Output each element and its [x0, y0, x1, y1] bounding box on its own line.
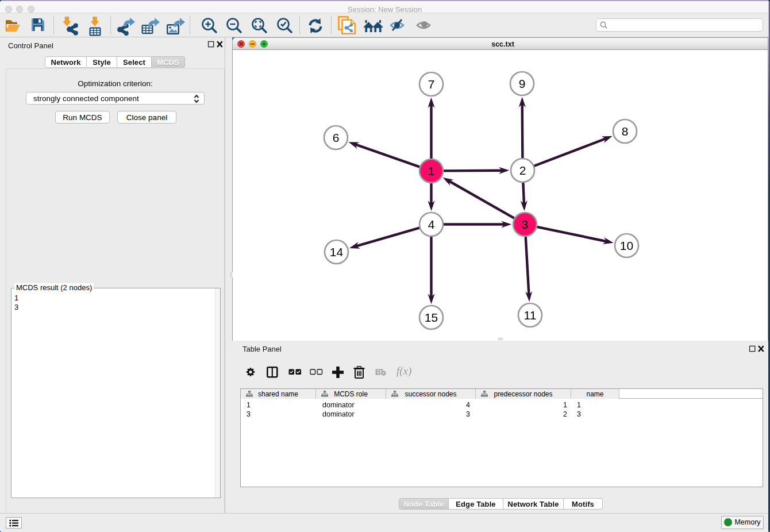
svg-text:8: 8: [622, 125, 629, 138]
svg-text:1: 1: [428, 164, 435, 178]
svg-text:10: 10: [620, 239, 633, 252]
svg-text:9: 9: [519, 77, 526, 90]
svg-text:2: 2: [519, 164, 526, 177]
svg-text:f(x): f(x): [396, 366, 411, 377]
svg-text:3: 3: [522, 218, 529, 231]
svg-text:14: 14: [330, 245, 344, 259]
svg-text:7: 7: [428, 78, 435, 91]
svg-text:4: 4: [428, 218, 435, 231]
svg-text:15: 15: [425, 311, 438, 324]
svg-text:6: 6: [333, 131, 340, 144]
svg-text:11: 11: [524, 309, 537, 322]
